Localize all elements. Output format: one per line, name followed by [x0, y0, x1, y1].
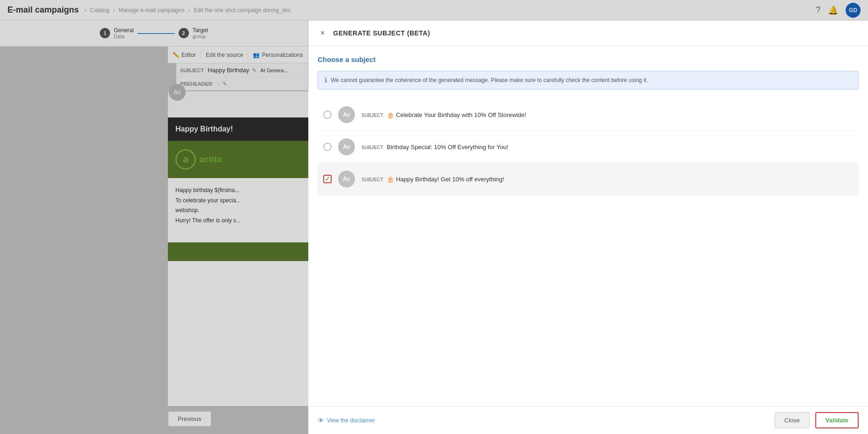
modal-footer: 👁 View the disclaimer Close Validate [308, 406, 868, 434]
info-text: We cannot guarantee the coherence of the… [331, 76, 648, 84]
radio-checked-3: ✓ [323, 175, 332, 183]
checkmark-icon: ✓ [325, 175, 330, 183]
radio-3[interactable]: ✓ [323, 175, 332, 183]
radio-circle-2 [323, 143, 332, 151]
subject-options-list: Ac SUBJECT 🎂 Celebrate Your Birthday wit… [318, 99, 859, 195]
generate-subject-modal: × GENERATE SUBJECT (BETA) Choose a subje… [308, 21, 868, 434]
option-2-avatar: Ac [338, 138, 355, 155]
option-3-avatar: Ac [338, 171, 355, 187]
modal-header: × GENERATE SUBJECT (BETA) [308, 21, 868, 46]
option-1-content: SUBJECT 🎂 Celebrate Your Birthday with 1… [361, 111, 853, 118]
disclaimer-label: View the disclaimer [327, 417, 375, 424]
option-2-content: SUBJECT Birthday Special: 10% Off Everyt… [361, 144, 853, 151]
option-1-avatar: Ac [338, 106, 355, 123]
option-3-subject-text: 🎂 Happy Birthday! Get 10% off everything… [387, 176, 504, 183]
disclaimer-link[interactable]: 👁 View the disclaimer [318, 417, 375, 424]
radio-1[interactable] [323, 110, 332, 119]
subject-option-3[interactable]: ✓ Ac SUBJECT 🎂 Happy Birthday! Get 10% o… [318, 163, 859, 195]
subject-option-1[interactable]: Ac SUBJECT 🎂 Celebrate Your Birthday wit… [318, 99, 859, 131]
option-3-content: SUBJECT 🎂 Happy Birthday! Get 10% off ev… [361, 176, 853, 183]
option-2-subject-text: Birthday Special: 10% Off Everything for… [387, 144, 508, 151]
modal-action-buttons: Close Validate [775, 412, 859, 428]
radio-2[interactable] [323, 143, 332, 151]
info-banner: ℹ We cannot guarantee the coherence of t… [318, 71, 859, 90]
eye-icon: 👁 [318, 417, 324, 424]
radio-circle-1 [323, 110, 332, 119]
subject-option-2[interactable]: Ac SUBJECT Birthday Special: 10% Off Eve… [318, 131, 859, 163]
choose-subject-heading: Choose a subject [318, 55, 859, 63]
close-button[interactable]: Close [775, 412, 810, 428]
option-1-subject-text: 🎂 Celebrate Your Birthday with 10% Off S… [387, 111, 526, 118]
option-2-subject-label: SUBJECT [361, 145, 383, 150]
info-icon: ℹ [325, 76, 327, 84]
option-3-subject-label: SUBJECT [361, 177, 383, 182]
modal-title: GENERATE SUBJECT (BETA) [333, 29, 430, 37]
modal-close-x-button[interactable]: × [318, 28, 327, 38]
validate-button[interactable]: Validate [815, 412, 859, 428]
modal-body: Choose a subject ℹ We cannot guarantee t… [308, 46, 868, 406]
option-1-subject-label: SUBJECT [361, 113, 383, 118]
